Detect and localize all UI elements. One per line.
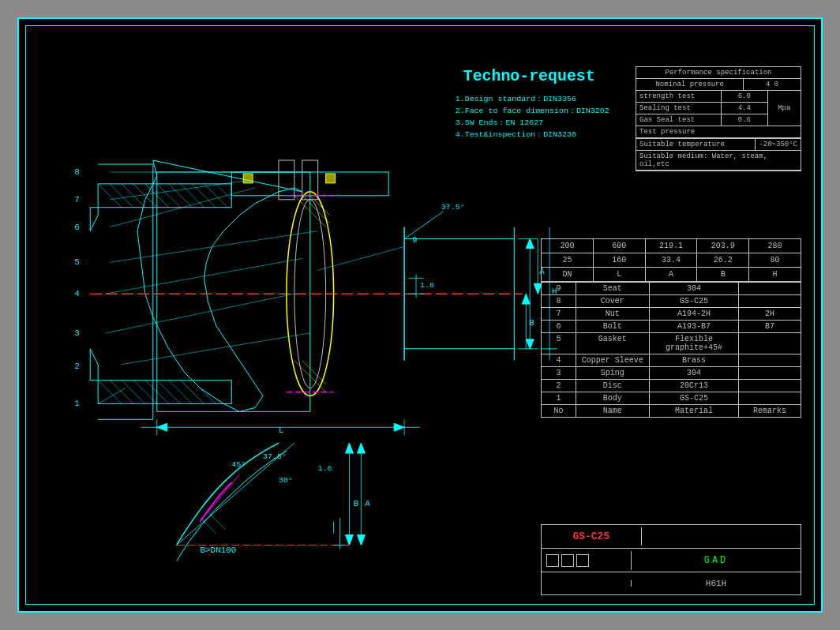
svg-marker-80 <box>357 443 365 453</box>
svg-marker-0 <box>137 160 302 411</box>
svg-line-55 <box>122 333 310 365</box>
part-name-2: Disc <box>576 380 650 392</box>
part-mat-4: Brass <box>650 354 740 366</box>
svg-line-30 <box>122 184 145 208</box>
svg-line-54 <box>98 388 126 404</box>
test-pressure-label: Test pressure <box>636 126 801 137</box>
part-mat-7: A194-2H <box>650 308 740 320</box>
part-name-3: Sping <box>576 367 650 379</box>
col-dn: DN <box>542 268 594 281</box>
svg-text:5: 5 <box>74 257 80 267</box>
svg-text:1.6: 1.6 <box>318 464 332 473</box>
suitable-temp-value: -20~350°C <box>756 139 801 150</box>
part-no-4: 4 <box>542 354 576 366</box>
col-material: Material <box>650 405 740 417</box>
strength-test-value: 6.0 <box>722 91 767 102</box>
pressure-unit: Mpa <box>768 91 801 126</box>
part-mat-8: GS-C25 <box>650 295 740 307</box>
part-mat-1: GS-C25 <box>650 392 740 404</box>
svg-line-41 <box>122 381 145 404</box>
svg-line-58 <box>110 231 318 263</box>
svg-line-44 <box>157 381 181 404</box>
svg-text:6: 6 <box>74 223 80 232</box>
svg-line-29 <box>110 184 133 208</box>
part-rem-8 <box>739 295 801 307</box>
svg-text:2.Face to face dimension：DIN32: 2.Face to face dimension：DIN3202 <box>456 107 609 115</box>
svg-marker-27 <box>394 423 404 431</box>
svg-line-46 <box>181 381 204 404</box>
svg-line-34 <box>169 184 193 208</box>
col-h: H <box>749 268 801 281</box>
svg-line-35 <box>181 184 204 208</box>
svg-text:B>DN100: B>DN100 <box>200 546 236 555</box>
svg-text:L: L <box>279 426 284 435</box>
svg-text:1.Design standard：DIN3356: 1.Design standard：DIN3356 <box>456 95 576 103</box>
dim-h-80: 80 <box>749 253 801 267</box>
part-name-8: Cover <box>576 295 650 307</box>
svg-marker-18 <box>526 239 534 249</box>
svg-line-40 <box>110 381 133 404</box>
svg-marker-26 <box>157 423 167 431</box>
part-rem-9 <box>739 283 801 294</box>
svg-text:1: 1 <box>74 399 80 408</box>
svg-line-52 <box>302 361 326 384</box>
part-no-1: 1 <box>542 392 576 404</box>
dim-b-26: 26.2 <box>697 253 749 267</box>
svg-text:3: 3 <box>74 328 80 338</box>
svg-rect-4 <box>243 174 253 183</box>
part-name-5: Gasket <box>576 333 650 354</box>
svg-line-82 <box>200 518 216 534</box>
perf-table-title: Performance specification <box>636 67 801 79</box>
svg-text:37.5°: 37.5° <box>441 203 465 212</box>
part-no-6: 6 <box>542 321 576 332</box>
sealing-test-value: 4.4 <box>722 103 767 114</box>
col-b: B <box>697 268 749 281</box>
svg-text:B: B <box>529 318 534 328</box>
part-mat-2: 20Cr13 <box>650 380 740 392</box>
svg-line-45 <box>169 381 193 404</box>
col-l: L <box>594 268 646 281</box>
part-no-7: 7 <box>542 308 576 320</box>
part-no-2: 2 <box>542 380 576 392</box>
svg-text:4.Test&inspection：DIN3230: 4.Test&inspection：DIN3230 <box>456 130 576 139</box>
part-mat-3: 304 <box>650 367 740 379</box>
suitable-medium-label: Suitable medium: Water, steam, oil,etc <box>636 151 801 170</box>
bottom-info-box: GS-C25 GAD H61H <box>541 524 801 595</box>
part-rem-3 <box>739 367 801 379</box>
part-rem-7: 2H <box>739 308 801 320</box>
dim-a-219: 219.1 <box>646 239 698 253</box>
part-name-1: Body <box>576 392 650 404</box>
part-name-4: Copper Sleeve <box>576 354 650 366</box>
svg-text:A: A <box>365 499 370 508</box>
svg-rect-6 <box>279 160 294 200</box>
small-box-1 <box>542 551 632 570</box>
sealing-test-label: Sealing test <box>636 103 722 114</box>
svg-text:1.6: 1.6 <box>420 281 434 290</box>
part-rem-4 <box>739 354 801 366</box>
strength-test-label: strength test <box>636 91 722 102</box>
revision-no: H61H <box>632 576 801 591</box>
svg-marker-79 <box>346 535 354 546</box>
svg-text:4: 4 <box>74 289 80 298</box>
nominal-pressure-label: Nominal pressure <box>636 79 744 90</box>
svg-line-28 <box>98 184 122 208</box>
drawing-title: Techno-request <box>463 67 595 85</box>
svg-line-38 <box>216 184 231 200</box>
small-box-a <box>546 554 559 567</box>
part-rem-6: B7 <box>739 321 801 332</box>
svg-text:9: 9 <box>412 235 418 245</box>
dim-l-160: 160 <box>594 253 646 267</box>
performance-spec-table: Performance specification Nominal pressu… <box>636 66 801 171</box>
svg-line-33 <box>157 184 181 208</box>
svg-line-56 <box>106 294 294 333</box>
part-name-7: Nut <box>576 308 650 320</box>
svg-line-83 <box>208 512 225 530</box>
drawing-no: GAD <box>632 552 801 569</box>
part-mat-9: 304 <box>650 283 740 294</box>
dim-dn-25: 25 <box>542 253 594 267</box>
part-no-3: 3 <box>542 367 576 379</box>
gas-seal-test-label: Gas Seal test <box>636 114 722 126</box>
svg-line-57 <box>106 258 302 294</box>
drawing-container: Techno-request 1.Design standard：DIN3356… <box>17 17 823 613</box>
part-no-8: 8 <box>542 295 576 307</box>
